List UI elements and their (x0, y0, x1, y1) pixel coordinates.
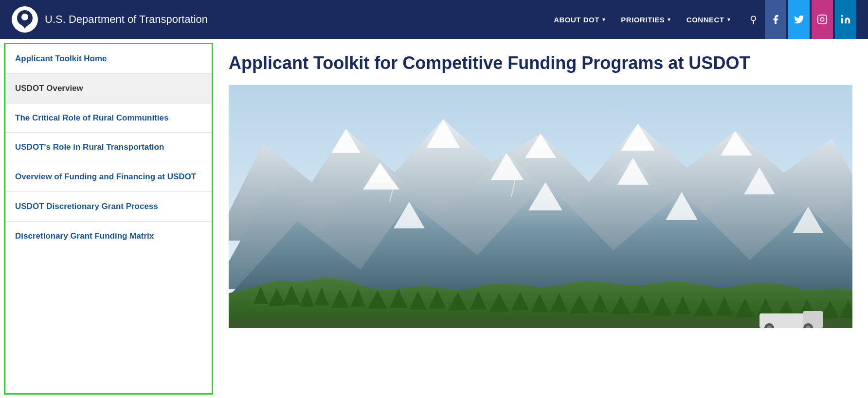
hero-image (229, 85, 852, 328)
svg-point-4 (841, 15, 843, 17)
dot-logo-icon (12, 6, 38, 33)
sidebar-item-rural-transportation[interactable]: USDOT's Role in Rural Transportation (5, 133, 212, 162)
sidebar-item-funding-overview[interactable]: Overview of Funding and Financing at USD… (5, 162, 212, 192)
nav-connect[interactable]: CONNECT ▾ (687, 16, 730, 24)
search-button[interactable]: ⚲ (750, 14, 757, 25)
sidebar-item-toolkit-home[interactable]: Applicant Toolkit Home (5, 44, 212, 74)
svg-point-1 (21, 14, 28, 20)
sidebar-item-grant-funding-matrix[interactable]: Discretionary Grant Funding Matrix (5, 222, 212, 251)
nav-about-dot[interactable]: ABOUT DOT ▾ (554, 16, 605, 24)
main-content: Applicant Toolkit Home USDOT Overview Th… (0, 39, 868, 398)
sidebar-item-critical-role[interactable]: The Critical Role of Rural Communities (5, 104, 212, 133)
linkedin-link[interactable] (835, 0, 856, 39)
chevron-down-icon: ▾ (668, 17, 671, 23)
content-area: Applicant Toolkit for Competitive Fundin… (213, 39, 868, 398)
sidebar-item-grant-process[interactable]: USDOT Discretionary Grant Process (5, 192, 212, 222)
main-nav: ABOUT DOT ▾ PRIORITIES ▾ CONNECT ▾ ⚲ (554, 14, 757, 25)
svg-rect-2 (818, 15, 827, 24)
twitter-link[interactable] (788, 0, 810, 39)
chevron-down-icon: ▾ (727, 17, 731, 23)
nav-priorities[interactable]: PRIORITIES ▾ (621, 16, 671, 24)
sidebar: Applicant Toolkit Home USDOT Overview Th… (4, 43, 213, 395)
site-title: U.S. Department of Transportation (45, 13, 208, 26)
svg-rect-56 (229, 318, 852, 328)
instagram-link[interactable] (812, 0, 833, 39)
header-logo[interactable]: U.S. Department of Transportation (12, 6, 208, 33)
page-title: Applicant Toolkit for Competitive Fundin… (229, 52, 852, 73)
social-links (765, 0, 856, 39)
facebook-link[interactable] (765, 0, 786, 39)
site-header: U.S. Department of Transportation ABOUT … (0, 0, 868, 39)
chevron-down-icon: ▾ (602, 17, 606, 23)
sidebar-item-usdot-overview[interactable]: USDOT Overview (5, 74, 212, 104)
